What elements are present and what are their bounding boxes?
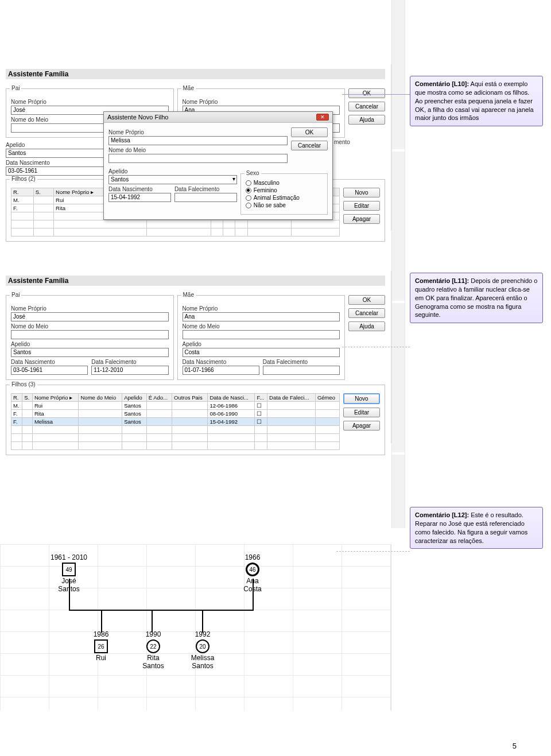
comment-l12[interactable]: Comentário [L12]: Este é o resultado. Re… [410, 507, 543, 549]
radio-naosesabe[interactable]: Não se sabe [246, 202, 323, 208]
dlg-label-nomeprop: Nome Próprio [108, 129, 288, 135]
geno-line [253, 579, 254, 611]
comment-l11-label: Comentário [L11]: [415, 277, 469, 284]
legend-pai-2: Pai [10, 292, 21, 298]
legend-filhos-1: Filhos (2) [10, 176, 37, 182]
dlg-label-apelido: Apelido [108, 168, 237, 175]
novo-button-2[interactable]: Novo [343, 393, 380, 404]
apagar-button-2[interactable]: Apagar [343, 421, 380, 431]
radio-animal-label: Animal Estimação [254, 195, 300, 201]
node-mel-years: 1992 [183, 630, 223, 638]
node-rita-years: 1990 [133, 630, 173, 638]
editar-button-2[interactable]: Editar [343, 408, 380, 417]
table-row[interactable]: F.MelissaSantos15-04-1992☐ [11, 418, 340, 426]
dialog-novo-filho: Assistente Novo Filho ✕ Nome Próprio Mel… [103, 111, 333, 220]
label-pai-nomemeio-2: Nome do Meio [11, 323, 169, 329]
dlg-label-datan: Data Nascimento [108, 186, 171, 192]
connector-c11 [342, 347, 410, 347]
window-title-2: Assistente Família [6, 276, 385, 286]
dlg-input-datan[interactable]: 15-04-1992 [108, 193, 171, 202]
apagar-button-1[interactable]: Apagar [343, 214, 380, 224]
cancel-button-2[interactable]: Cancelar [348, 308, 385, 318]
geno-line [101, 610, 102, 633]
label-fragment-mento: mento [334, 139, 350, 145]
dlg-input-nomemeio[interactable] [108, 154, 288, 163]
node-melissa[interactable]: 1992 20 MelissaSantos [183, 630, 223, 670]
help-button-2[interactable]: Ajuda [348, 321, 385, 331]
node-mel-name2: Santos [192, 662, 213, 670]
node-rita[interactable]: 1990 22 RitaSantos [133, 630, 173, 670]
radio-masc[interactable]: Masculino [246, 180, 323, 186]
window-title-1: Assistente Família [6, 69, 385, 79]
label-mae-nomemeio-2: Nome do Meio [183, 323, 340, 329]
label-pai-dataf-2: Data Falecimento [91, 359, 168, 365]
screenshot-assistente-familia-1: Assistente Família Pai Nome Próprio José… [0, 64, 391, 231]
node-rui-name1: Rui [96, 654, 106, 662]
ok-button-1[interactable]: OK [348, 88, 385, 98]
label-mae-nomeprop-2: Nome Próprio [183, 305, 340, 312]
input-mae-apelido-2[interactable]: Costa [183, 348, 340, 357]
node-rita-name1: Rita [147, 654, 159, 662]
close-icon[interactable]: ✕ [316, 114, 329, 121]
input-pai-datan-2[interactable]: 03-05-1961 [11, 366, 88, 375]
input-mae-dataf-2[interactable] [263, 366, 340, 375]
geno-line [152, 610, 153, 633]
cancel-button-1[interactable]: Cancelar [348, 102, 385, 111]
node-rui[interactable]: 1986 26 Rui [84, 630, 118, 662]
input-mae-datan-2[interactable]: 01-07-1966 [183, 366, 259, 375]
table-row[interactable] [11, 426, 340, 434]
input-pai-apelido-2[interactable]: Santos [11, 348, 169, 357]
label-pai-nomeprop-1: Nome Próprio [11, 99, 169, 105]
comment-l11[interactable]: Comentário [L11]: Depois de preenchido o… [410, 273, 543, 323]
male-icon: 26 [94, 639, 108, 653]
legend-sexo: Sexo [245, 170, 261, 176]
label-pai-datan-2: Data Nascimento [11, 359, 88, 365]
input-pai-nomemeio-2[interactable] [11, 330, 169, 339]
table-row[interactable]: M.RuiSantos12-06-1986☐ [11, 402, 340, 410]
radio-animal[interactable]: Animal Estimação [246, 195, 323, 201]
table-row[interactable] [11, 434, 340, 442]
label-mae-nomeprop-1: Nome Próprio [183, 99, 340, 105]
legend-pai-1: Pai [10, 85, 21, 91]
radio-fem[interactable]: Feminino [246, 187, 323, 193]
input-pai-dataf-2[interactable]: 11-12-2010 [91, 366, 168, 375]
connector-c12 [336, 551, 410, 552]
geno-line [69, 610, 254, 611]
help-button-1[interactable]: Ajuda [348, 115, 385, 125]
chevron-down-icon[interactable]: ▾ [232, 176, 235, 182]
comment-l10-label: Comentário [L10]: [415, 80, 469, 87]
input-mae-nomeprop-2[interactable]: Ana [183, 312, 340, 321]
screenshot-genogram: 1961 - 2010 49 JoséSantos 1966 46 AnaCos… [0, 544, 391, 711]
markup-margin [391, 0, 405, 528]
groupbox-filhos-2: Filhos (3) R.S.Nome Próprio ▸Nome do Mei… [6, 385, 385, 455]
label-pai-apelido-2: Apelido [11, 341, 169, 347]
table-filhos-2[interactable]: R.S.Nome Próprio ▸Nome do MeioApelidoÉ A… [11, 393, 340, 450]
table-row[interactable]: F.RitaSantos08-06-1990☐ [11, 410, 340, 418]
table-row[interactable] [11, 442, 340, 450]
dlg-cancel-button[interactable]: Cancelar [291, 141, 328, 150]
table-row[interactable] [11, 220, 340, 228]
female-icon: 46 [246, 563, 259, 576]
dlg-input-nomeprop[interactable]: Melissa [108, 136, 288, 145]
dlg-label-nomemeio: Nome do Meio [108, 147, 288, 153]
label-pai-nomeprop-2: Nome Próprio [11, 305, 169, 312]
input-pai-nomeprop-2[interactable]: José [11, 312, 169, 321]
dlg-input-dataf[interactable] [174, 193, 237, 202]
dialog-title: Assistente Novo Filho [107, 114, 168, 121]
ok-button-2[interactable]: OK [348, 295, 385, 305]
editar-button-1[interactable]: Editar [343, 201, 380, 211]
table-row[interactable] [11, 228, 340, 237]
label-mae-dataf-2: Data Falecimento [263, 359, 340, 365]
page-number: 5 [0, 742, 551, 750]
groupbox-mae-2: Mãe Nome Próprio Ana Nome do Meio Apelid… [177, 295, 346, 380]
comment-l10[interactable]: Comentário [L10]: Aqui está o exemplo qu… [410, 76, 543, 126]
novo-button-1[interactable]: Novo [343, 188, 380, 197]
node-ana-age: 46 [249, 567, 255, 573]
dlg-apelido-value: Santos [111, 176, 129, 183]
input-mae-nomemeio-2[interactable] [183, 330, 340, 339]
node-rita-age: 22 [150, 643, 156, 650]
screenshot-assistente-familia-2: Assistente Família Pai Nome Próprio José… [0, 271, 391, 443]
dlg-input-apelido[interactable]: Santos ▾ [108, 175, 237, 184]
radio-fem-label: Feminino [254, 187, 277, 193]
dlg-ok-button[interactable]: OK [291, 127, 328, 137]
